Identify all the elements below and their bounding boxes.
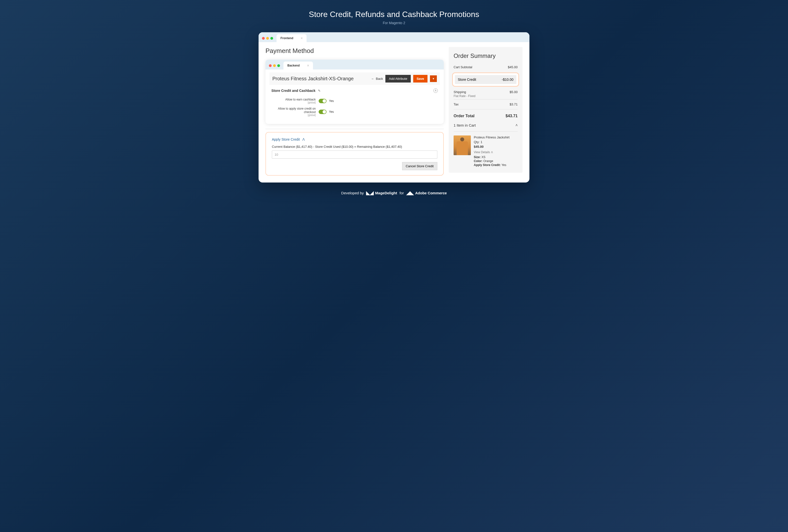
item-qty: Qty: 1 bbox=[474, 140, 518, 144]
inner-tab-label: Backend bbox=[288, 64, 300, 67]
color-label: Color: bbox=[474, 159, 482, 163]
cancel-store-credit-button[interactable]: Cancel Store Credit bbox=[402, 162, 437, 170]
item-price: $45.00 bbox=[474, 145, 518, 149]
window-dots bbox=[269, 64, 280, 67]
inner-window: Backend × Proteus Fitness Jackshirt-XS-O… bbox=[265, 60, 444, 124]
minimize-dot-icon[interactable] bbox=[266, 37, 269, 40]
adobe-icon: ◢◣ bbox=[406, 190, 414, 196]
hero-subtitle: For Magento 2 bbox=[5, 21, 783, 25]
close-icon[interactable]: × bbox=[307, 63, 309, 67]
footer: Developed by ◣◢ MageDelight for ◢◣ Adobe… bbox=[5, 190, 783, 196]
inner-window-bar: Backend × bbox=[265, 60, 444, 70]
balance-text: Current Balance ($1,417.40) - Store Cred… bbox=[272, 145, 437, 149]
total-label: Order Total bbox=[454, 114, 474, 118]
store-credit-toggle[interactable] bbox=[319, 110, 327, 114]
summary-title: Order Summary bbox=[454, 53, 518, 59]
outer-window-bar: Frontend × bbox=[259, 32, 529, 42]
total-row: Order Total $43.71 bbox=[454, 111, 518, 120]
tax-value: $3.71 bbox=[510, 102, 518, 106]
shipping-desc: Flat Rate - Fixed bbox=[454, 94, 518, 98]
shipping-label: Shipping bbox=[454, 90, 466, 94]
items-in-cart-header[interactable]: 1 Item in Cart ᐱ bbox=[454, 120, 518, 130]
credit-value: -$10.00 bbox=[502, 78, 513, 81]
tax-row: Tax $3.71 bbox=[454, 101, 518, 107]
option-row-store-credit: Allow to apply store credit on checkout … bbox=[270, 105, 440, 118]
chevron-up-icon: ᐱ bbox=[491, 151, 493, 154]
collapse-icon[interactable]: ᐱ bbox=[433, 88, 438, 93]
back-label: Back bbox=[376, 77, 383, 81]
view-details-label: View Details bbox=[474, 151, 490, 154]
credit-label: Store Credit bbox=[458, 78, 476, 81]
hero-title: Store Credit, Refunds and Cashback Promo… bbox=[5, 10, 783, 19]
subtotal-row: Cart Subtotal $45.00 bbox=[454, 64, 518, 71]
magedelight-text: MageDelight bbox=[375, 191, 397, 195]
cashback-toggle[interactable] bbox=[319, 99, 327, 103]
back-button[interactable]: ← Back bbox=[371, 77, 383, 81]
order-summary: Order Summary Cart Subtotal $45.00 Store… bbox=[449, 47, 523, 173]
apply-credit-header[interactable]: Apply Store Credit ᐱ bbox=[272, 137, 437, 141]
subtotal-label: Cart Subtotal bbox=[454, 65, 472, 69]
outer-window: Frontend × Payment Method Backend × bbox=[259, 32, 529, 182]
adobe-commerce-logo: ◢◣ Adobe Commerce bbox=[406, 190, 447, 196]
divider bbox=[265, 129, 444, 129]
total-value: $43.71 bbox=[506, 114, 518, 118]
inner-tab[interactable]: Backend × bbox=[283, 62, 313, 70]
outer-tab[interactable]: Frontend × bbox=[277, 34, 307, 42]
maximize-dot-icon[interactable] bbox=[270, 37, 273, 40]
outer-tab-label: Frontend bbox=[280, 37, 293, 40]
adobe-commerce-text: Adobe Commerce bbox=[415, 191, 447, 195]
option-value: Yes bbox=[329, 110, 334, 114]
save-button[interactable]: Save bbox=[413, 75, 428, 82]
pencil-icon[interactable]: ✎ bbox=[318, 89, 321, 93]
add-attribute-button[interactable]: Add Attribute bbox=[386, 75, 411, 82]
subtotal-value: $45.00 bbox=[508, 65, 518, 69]
divider bbox=[454, 109, 518, 110]
tax-label: Tax bbox=[454, 102, 458, 106]
product-title: Proteus Fitness Jackshirt-XS-Orange bbox=[272, 76, 369, 81]
detail-color: Color: Orange bbox=[474, 159, 518, 163]
chevron-down-icon: ▼ bbox=[432, 77, 435, 80]
for-text: for bbox=[400, 191, 404, 195]
window-dots bbox=[262, 37, 273, 40]
option-scope: [global] bbox=[270, 114, 316, 117]
product-header: Proteus Fitness Jackshirt-XS-Orange ← Ba… bbox=[270, 73, 440, 85]
maximize-dot-icon[interactable] bbox=[277, 64, 280, 67]
view-details-toggle[interactable]: View Details ᐱ bbox=[474, 151, 518, 154]
item-name: Proteus Fitness Jackshirt bbox=[474, 136, 518, 139]
option-label: Allow to earn cashback [global] bbox=[270, 98, 319, 104]
size-value: XS bbox=[481, 155, 485, 159]
save-dropdown-button[interactable]: ▼ bbox=[430, 75, 437, 82]
cart-item: Proteus Fitness Jackshirt Qty: 1 $45.00 … bbox=[454, 133, 518, 167]
chevron-up-icon: ᐱ bbox=[302, 137, 305, 141]
asc-label: Apply Store Credit: bbox=[474, 163, 500, 167]
detail-size: Size: XS bbox=[474, 155, 518, 159]
option-label: Allow to apply store credit on checkout … bbox=[270, 107, 319, 117]
option-label-text: Allow to earn cashback bbox=[285, 98, 316, 101]
section-title: Store Credit and Cashback bbox=[271, 89, 315, 93]
section-header[interactable]: Store Credit and Cashback ✎ ᐱ bbox=[270, 85, 440, 96]
product-image bbox=[454, 136, 471, 155]
store-credit-input[interactable] bbox=[272, 151, 437, 159]
minimize-dot-icon[interactable] bbox=[273, 64, 276, 67]
option-row-cashback: Allow to earn cashback [global] Yes bbox=[270, 96, 440, 105]
apply-store-credit-box: Apply Store Credit ᐱ Current Balance ($1… bbox=[265, 132, 444, 176]
arrow-left-icon: ← bbox=[371, 77, 374, 81]
option-label-text: Allow to apply store credit on checkout bbox=[278, 107, 316, 114]
apply-credit-title: Apply Store Credit bbox=[272, 137, 300, 141]
close-dot-icon[interactable] bbox=[262, 37, 265, 40]
close-dot-icon[interactable] bbox=[269, 64, 272, 67]
items-head-label: 1 Item in Cart bbox=[454, 123, 476, 127]
magedelight-icon: ◣◢ bbox=[366, 190, 374, 196]
shipping-value: $5.00 bbox=[510, 90, 518, 94]
option-value: Yes bbox=[329, 99, 334, 103]
option-scope: [global] bbox=[270, 101, 316, 104]
close-icon[interactable]: × bbox=[301, 36, 303, 40]
color-value: Orange bbox=[484, 159, 493, 163]
developed-by: Developed by bbox=[341, 191, 364, 195]
divider bbox=[454, 131, 518, 132]
detail-asc: Apply Store Credit: Yes bbox=[474, 163, 518, 167]
size-label: Size: bbox=[474, 155, 481, 159]
page-title: Payment Method bbox=[265, 47, 444, 55]
store-credit-highlight: Store Credit -$10.00 bbox=[452, 73, 519, 87]
magedelight-logo: ◣◢ MageDelight bbox=[366, 190, 397, 196]
